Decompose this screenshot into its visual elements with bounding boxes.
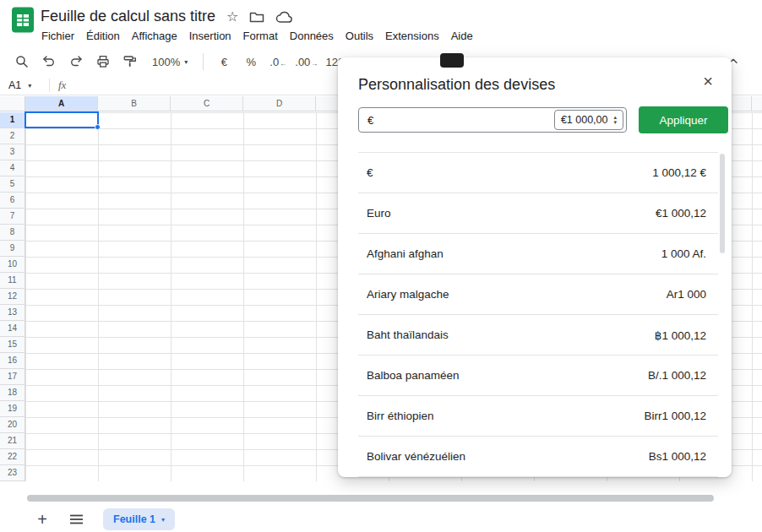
increase-arrow-icon: → bbox=[311, 57, 318, 72]
currency-list-item[interactable]: Balboa panaméen B/.1 000,12 bbox=[358, 356, 718, 396]
toolbar-popup-fragment bbox=[440, 53, 464, 68]
currency-name: Baht thaïlandais bbox=[367, 328, 449, 341]
row-header-9[interactable]: 9 bbox=[0, 241, 25, 257]
menu-outils[interactable]: Outils bbox=[340, 26, 379, 46]
undo-icon[interactable] bbox=[39, 52, 59, 72]
currency-format-button[interactable]: € bbox=[214, 52, 234, 72]
row-header-3[interactable]: 3 bbox=[0, 144, 25, 160]
format-input[interactable]: € €1 000,00 ▴▾ bbox=[358, 107, 627, 133]
row-header-11[interactable]: 11 bbox=[0, 273, 25, 289]
row-header-8[interactable]: 8 bbox=[0, 225, 25, 241]
redo-icon[interactable] bbox=[66, 52, 86, 72]
menu-extensions[interactable]: Extensions bbox=[379, 26, 445, 46]
currency-dialog: Personnalisation des devises × € €1 000,… bbox=[338, 57, 732, 477]
name-box[interactable]: A1 ▾ bbox=[0, 79, 49, 91]
row-header-7[interactable]: 7 bbox=[0, 209, 25, 225]
apply-button[interactable]: Appliquer bbox=[639, 106, 728, 133]
row-header-22[interactable]: 22 bbox=[0, 449, 25, 465]
format-preview-select[interactable]: €1 000,00 ▴▾ bbox=[554, 110, 623, 130]
close-icon[interactable]: × bbox=[698, 71, 718, 91]
increase-decimals-button[interactable]: .00 → bbox=[295, 52, 318, 72]
format-preview-value: €1 000,00 bbox=[561, 114, 608, 126]
horizontal-scrollbar[interactable] bbox=[27, 495, 714, 502]
row-header-1[interactable]: 1 bbox=[0, 112, 25, 128]
zoom-select[interactable]: 100% ▾ bbox=[147, 52, 193, 72]
cloud-status-icon[interactable] bbox=[275, 11, 292, 24]
currency-list: € 1 000,12 € Euro €1 000,12 Afghani afgh… bbox=[358, 152, 718, 477]
move-folder-icon[interactable] bbox=[249, 11, 264, 24]
decrease-arrow-icon: ← bbox=[280, 57, 286, 72]
currency-sample: ฿1 000,12 bbox=[655, 328, 706, 342]
fill-handle[interactable] bbox=[95, 124, 101, 130]
currency-sample: €1 000,12 bbox=[656, 207, 706, 220]
column-header-B[interactable]: B bbox=[98, 96, 171, 111]
row-header-23[interactable]: 23 bbox=[0, 465, 25, 481]
currency-sample: Bs1 000,12 bbox=[649, 450, 706, 463]
row-header-14[interactable]: 14 bbox=[0, 321, 25, 337]
column-header-C[interactable]: C bbox=[171, 96, 243, 111]
column-header-D[interactable]: D bbox=[243, 96, 316, 111]
sheet-bar: + Feuille 1 ▾ bbox=[0, 507, 762, 532]
paint-format-icon[interactable] bbox=[120, 52, 140, 72]
row-header-15[interactable]: 15 bbox=[0, 337, 25, 353]
percent-format-button[interactable]: % bbox=[241, 52, 261, 72]
row-header-6[interactable]: 6 bbox=[0, 193, 25, 209]
currency-sample: Ar1 000 bbox=[667, 288, 706, 301]
row-header-17[interactable]: 17 bbox=[0, 369, 25, 385]
row-header-12[interactable]: 12 bbox=[0, 289, 25, 305]
currency-name: Afghani afghan bbox=[367, 247, 444, 260]
column-header-K[interactable]: K bbox=[752, 96, 762, 111]
currency-list-item[interactable]: € 1 000,12 € bbox=[358, 153, 718, 193]
row-headers: 1234567891011121314151617181920212223 bbox=[0, 112, 25, 481]
row-header-20[interactable]: 20 bbox=[0, 417, 25, 433]
active-cell-selection bbox=[24, 111, 99, 128]
name-box-value: A1 bbox=[8, 79, 21, 91]
row-header-10[interactable]: 10 bbox=[0, 257, 25, 273]
currency-name: Balboa panaméen bbox=[367, 369, 460, 382]
row-header-13[interactable]: 13 bbox=[0, 305, 25, 321]
currency-sample: 1 000,12 € bbox=[652, 166, 706, 179]
row-header-21[interactable]: 21 bbox=[0, 433, 25, 449]
decrease-decimals-label: .0 bbox=[269, 56, 279, 68]
currency-list-item[interactable]: Baht thaïlandais ฿1 000,12 bbox=[358, 315, 718, 356]
dialog-title: Personnalisation des devises bbox=[358, 76, 555, 94]
spinner-icon: ▴▾ bbox=[613, 115, 617, 125]
decrease-decimals-button[interactable]: .0 ← bbox=[268, 52, 288, 72]
currency-sample: Birr1 000,12 bbox=[644, 410, 706, 422]
currency-list-item[interactable]: Euro €1 000,12 bbox=[358, 193, 718, 234]
currency-list-item[interactable]: Birr éthiopien Birr1 000,12 bbox=[358, 396, 718, 437]
menu-edition[interactable]: Édition bbox=[80, 26, 126, 46]
sheet-tab[interactable]: Feuille 1 ▾ bbox=[103, 508, 175, 530]
menu-aide[interactable]: Aide bbox=[445, 26, 479, 46]
currency-name: € bbox=[367, 166, 373, 179]
search-icon[interactable] bbox=[12, 52, 32, 72]
zoom-value: 100% bbox=[152, 56, 180, 68]
row-header-19[interactable]: 19 bbox=[0, 401, 25, 417]
sheets-logo-icon[interactable] bbox=[11, 7, 35, 33]
row-header-5[interactable]: 5 bbox=[0, 176, 25, 193]
document-title[interactable]: Feuille de calcul sans titre bbox=[41, 8, 215, 25]
toolbar-divider bbox=[203, 53, 204, 70]
currency-sample: B/.1 000,12 bbox=[648, 369, 706, 382]
format-input-value: € bbox=[367, 114, 554, 127]
currency-list-item[interactable]: Bolivar vénézuélien Bs1 000,12 bbox=[358, 437, 718, 477]
menu-affichage[interactable]: Affichage bbox=[126, 26, 183, 46]
currency-list-item[interactable]: Ariary malgache Ar1 000 bbox=[358, 274, 718, 315]
all-sheets-icon[interactable] bbox=[64, 508, 88, 531]
menu-donnees[interactable]: Données bbox=[284, 26, 340, 46]
print-icon[interactable] bbox=[93, 52, 113, 72]
currency-list-item[interactable]: Afghani afghan 1 000 Af. bbox=[358, 234, 718, 274]
row-header-4[interactable]: 4 bbox=[0, 160, 25, 176]
row-header-16[interactable]: 16 bbox=[0, 353, 25, 369]
menu-insertion[interactable]: Insertion bbox=[183, 26, 237, 46]
column-header-A[interactable]: A bbox=[25, 96, 98, 111]
select-all-corner[interactable] bbox=[0, 96, 25, 111]
star-icon[interactable]: ☆ bbox=[226, 8, 238, 25]
menu-format[interactable]: Format bbox=[237, 26, 284, 46]
add-sheet-button[interactable]: + bbox=[30, 508, 54, 531]
dialog-scrollbar[interactable] bbox=[720, 154, 725, 253]
row-header-18[interactable]: 18 bbox=[0, 385, 25, 401]
formula-input[interactable]: fx bbox=[50, 79, 66, 92]
row-header-2[interactable]: 2 bbox=[0, 128, 25, 144]
menu-fichier[interactable]: Fichier bbox=[35, 26, 80, 46]
